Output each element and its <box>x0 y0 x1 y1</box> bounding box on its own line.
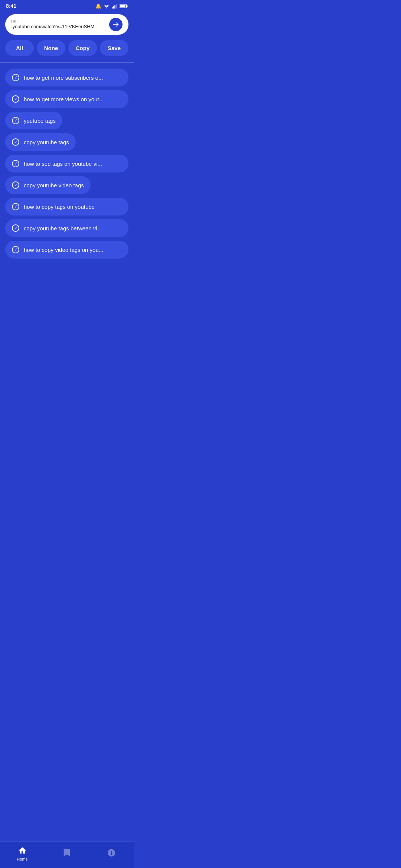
tag-text: copy youtube tags between vi... <box>24 225 102 231</box>
wifi-icon <box>103 4 110 9</box>
tag-checkbox[interactable]: ✓ <box>12 224 19 232</box>
action-buttons-row: All None Copy Save <box>5 40 128 56</box>
battery-icon <box>120 4 128 9</box>
signal-icon <box>112 4 118 9</box>
tag-text: how to copy video tags on you... <box>24 247 103 253</box>
tag-item[interactable]: ✓ copy youtube tags <box>5 133 76 151</box>
svg-rect-5 <box>127 5 128 7</box>
tag-checkbox[interactable]: ✓ <box>12 246 19 253</box>
tag-item[interactable]: ✓ youtube tags <box>5 112 62 129</box>
svg-rect-6 <box>120 5 125 7</box>
status-bar: 8:41 🔔 <box>0 0 134 10</box>
tag-text: how to see tags on youtube vi... <box>24 161 102 167</box>
status-icons: 🔔 <box>95 3 128 9</box>
svg-rect-1 <box>113 6 114 9</box>
tag-list: ✓ how to get more subscribers o... ✓ how… <box>0 67 134 296</box>
tag-checkbox[interactable]: ✓ <box>12 160 19 167</box>
url-value: .youtube.com/watch?v=11IVKEeuSHM <box>11 24 106 29</box>
all-button[interactable]: All <box>5 40 34 56</box>
tag-text: how to get more views on yout... <box>24 96 104 102</box>
url-input-area[interactable]: URL .youtube.com/watch?v=11IVKEeuSHM <box>11 20 106 29</box>
svg-rect-2 <box>114 5 115 9</box>
tag-checkbox[interactable]: ✓ <box>12 138 19 146</box>
tag-text: copy youtube video tags <box>24 182 84 188</box>
url-bar[interactable]: URL .youtube.com/watch?v=11IVKEeuSHM <box>5 14 128 35</box>
save-button[interactable]: Save <box>100 40 128 56</box>
tag-item[interactable]: ✓ copy youtube tags between vi... <box>5 219 128 237</box>
tag-text: how to copy tags on youtube <box>24 204 95 210</box>
notification-icon: 🔔 <box>95 3 101 9</box>
svg-rect-0 <box>112 7 113 8</box>
tag-checkbox[interactable]: ✓ <box>12 203 19 210</box>
tag-item[interactable]: ✓ how to get more subscribers o... <box>5 69 128 86</box>
tag-checkbox[interactable]: ✓ <box>12 95 19 103</box>
tag-item[interactable]: ✓ how to get more views on yout... <box>5 90 128 108</box>
tag-text: copy youtube tags <box>24 139 69 145</box>
tag-text: youtube tags <box>24 118 56 124</box>
divider <box>0 62 134 63</box>
url-label: URL <box>11 20 106 24</box>
tag-item[interactable]: ✓ how to copy tags on youtube <box>5 198 128 216</box>
tag-item[interactable]: ✓ how to see tags on youtube vi... <box>5 155 128 172</box>
status-time: 8:41 <box>6 3 16 9</box>
svg-rect-3 <box>116 4 117 9</box>
url-go-button[interactable] <box>109 18 123 31</box>
tag-checkbox[interactable]: ✓ <box>12 181 19 189</box>
tag-checkbox[interactable]: ✓ <box>12 74 19 81</box>
tag-text: how to get more subscribers o... <box>24 75 103 81</box>
tag-checkbox[interactable]: ✓ <box>12 117 19 124</box>
none-button[interactable]: None <box>37 40 65 56</box>
tag-item[interactable]: ✓ copy youtube video tags <box>5 176 91 194</box>
copy-button[interactable]: Copy <box>68 40 97 56</box>
tag-item[interactable]: ✓ how to copy video tags on you... <box>5 241 128 259</box>
